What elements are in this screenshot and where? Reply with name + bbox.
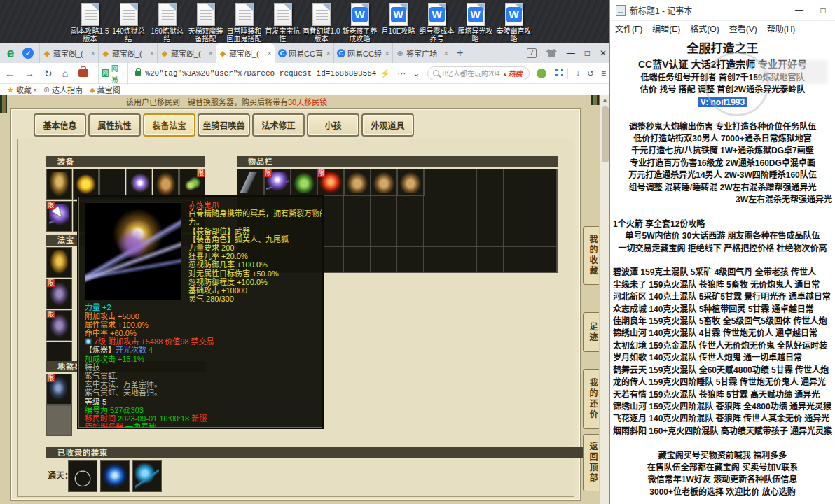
skin-icon[interactable] bbox=[546, 49, 557, 57]
tab-close-icon[interactable]: × bbox=[89, 49, 95, 57]
browser-tab[interactable]: 鉴宝广场 × bbox=[392, 43, 451, 63]
inventory-slot[interactable] bbox=[371, 169, 397, 195]
equipment-slot[interactable]: 限 bbox=[46, 201, 72, 232]
inventory-slot[interactable] bbox=[237, 169, 264, 195]
character-tab[interactable]: 基本信息 bbox=[34, 113, 86, 136]
tab-close-icon[interactable]: × bbox=[148, 49, 154, 57]
maximize-button[interactable]: □ bbox=[585, 48, 590, 58]
bookmark-daren[interactable]: ⊕ 达人指南 bbox=[43, 84, 83, 95]
character-tab[interactable]: 坐骑召唤兽 bbox=[198, 113, 250, 136]
counter-badge[interactable]: 7 bbox=[527, 48, 537, 58]
desktop-icon[interactable]: 秦陵幽宫攻 略 bbox=[495, 1, 533, 43]
fabao-slot[interactable] bbox=[46, 247, 72, 278]
side-tab[interactable]: 我的还价 bbox=[583, 369, 599, 429]
tab-close-icon[interactable]: × bbox=[265, 49, 272, 57]
tab-close-icon[interactable]: × bbox=[442, 49, 448, 57]
notepad-menu-item[interactable]: 帮助(H) bbox=[762, 22, 801, 34]
menu-icon[interactable]: ≡ bbox=[598, 69, 609, 78]
desktop-icon[interactable]: 新老孩子养 成攻略 bbox=[340, 1, 379, 43]
extension-icon[interactable] bbox=[537, 69, 546, 78]
inventory-slot[interactable]: 限 bbox=[264, 169, 291, 195]
equipment-slot[interactable] bbox=[126, 169, 152, 200]
tongtian-slot[interactable] bbox=[132, 460, 162, 492]
hot-search-badge[interactable]: 热搜 bbox=[502, 68, 523, 78]
equipment-slot[interactable]: 限 bbox=[179, 169, 205, 200]
inventory-slot[interactable] bbox=[397, 169, 424, 195]
notepad-text-area[interactable]: 全服打造之王 CC蓝V认证 大话2打造宗师 专业开好号 低端任务组号开创者 首创… bbox=[610, 36, 835, 504]
notepad-minimize-button[interactable]: — bbox=[787, 6, 811, 15]
flash-icon[interactable]: ⚡ bbox=[376, 69, 394, 78]
close-button[interactable]: ✕ bbox=[600, 48, 607, 58]
side-tab[interactable]: 我的收藏 bbox=[583, 226, 599, 285]
inventory-slot[interactable] bbox=[344, 169, 371, 195]
reload-icon[interactable]: ↻ bbox=[39, 68, 57, 79]
character-tab[interactable]: 法术修正 bbox=[252, 113, 305, 136]
tab-close-icon[interactable]: × bbox=[207, 49, 213, 57]
download-icon[interactable]: ↓ bbox=[572, 69, 584, 78]
desktop-icon[interactable]: 天梯双魔装 备搭配 bbox=[186, 1, 225, 43]
equipment-slot[interactable] bbox=[153, 169, 179, 200]
browser-logo-icon[interactable]: e bbox=[4, 46, 18, 60]
minimize-button[interactable]: — bbox=[567, 48, 575, 58]
tongtian-slot[interactable] bbox=[68, 460, 97, 492]
character-tab[interactable]: 装备法宝 bbox=[143, 113, 195, 136]
tab-close-icon[interactable]: × bbox=[324, 49, 331, 57]
disha-slot[interactable]: 限 bbox=[46, 374, 72, 405]
desktop-icon[interactable]: 140炼狱总结 bbox=[109, 1, 148, 43]
notepad-maximize-button[interactable]: □ bbox=[811, 6, 835, 15]
fabao-slot[interactable]: 限 bbox=[46, 279, 72, 309]
side-tab[interactable]: 返回顶部 bbox=[583, 434, 599, 491]
collect-bag-icon[interactable] bbox=[78, 69, 88, 77]
desktop-icon[interactable]: 首发宝宝抗 性 bbox=[263, 1, 302, 43]
character-tab[interactable]: 小孩 bbox=[307, 113, 359, 136]
fabao-slot[interactable]: 限 bbox=[46, 310, 72, 341]
security-check-icon[interactable]: ✓ bbox=[22, 48, 34, 59]
forward-icon[interactable]: → bbox=[20, 68, 39, 79]
dropdown-icon[interactable]: ⌄ bbox=[409, 69, 423, 78]
search-input[interactable]: 8亿人都在玩的204 热搜 bbox=[427, 66, 530, 80]
new-tab-button[interactable]: + bbox=[451, 47, 469, 59]
desktop-icon[interactable]: 月10E攻略 bbox=[379, 1, 418, 43]
apps-grid-icon[interactable] bbox=[553, 69, 563, 78]
desktop-icon[interactable]: 副本攻略1.5 版本 bbox=[71, 1, 109, 43]
restore-icon[interactable]: ↺ bbox=[584, 69, 598, 78]
browser-tab[interactable]: 藏宝阁_( × bbox=[216, 43, 275, 63]
browser-tab[interactable]: 网易CC直 × bbox=[275, 43, 333, 63]
browser-tab[interactable]: 藏宝阁_( × bbox=[157, 43, 216, 63]
desktop-icon[interactable]: 组号零成本 养号 bbox=[418, 1, 456, 43]
inventory-slot[interactable]: 限 bbox=[317, 169, 344, 195]
scrollbar-thumb[interactable] bbox=[602, 106, 609, 162]
scroll-up-icon[interactable]: ▲ bbox=[600, 95, 609, 105]
equipment-slot[interactable] bbox=[46, 169, 72, 200]
desktop-icon[interactable]: 画眷幻域1.0 版本 bbox=[302, 1, 340, 43]
address-url[interactable]: %20"tag"%3A%20"user"%7D&reco_request_id=… bbox=[145, 69, 376, 78]
page-scrollbar[interactable]: ▲ bbox=[600, 95, 609, 504]
notepad-menu-item[interactable]: 查看(V) bbox=[724, 22, 762, 34]
notepad-line: 龙的传人 159克火四阶睡队 5甘霖 传世炮无价鬼人 通异光 bbox=[610, 377, 835, 388]
notepad-menu-item[interactable]: 格式(O) bbox=[685, 22, 724, 34]
browser-tab[interactable]: 藏宝阁_( × bbox=[98, 43, 157, 63]
browser-tab[interactable]: 藏宝阁_( × bbox=[39, 43, 98, 63]
tab-close-icon[interactable]: × bbox=[383, 49, 389, 57]
side-tab[interactable]: 足迹 bbox=[583, 312, 599, 352]
back-icon[interactable]: ← bbox=[0, 68, 20, 79]
desktop-icon[interactable]: 160炼狱总结 bbox=[148, 1, 186, 43]
inventory-slot[interactable] bbox=[291, 169, 317, 195]
notepad-menu-item[interactable]: 编辑(E) bbox=[647, 22, 685, 34]
bookmark-cangbaoge[interactable]: ◆ 藏宝阁 bbox=[90, 84, 120, 95]
character-tab[interactable]: 属性抗性 bbox=[88, 113, 141, 136]
tongtian-slot[interactable] bbox=[100, 460, 130, 492]
lock-icon[interactable] bbox=[135, 71, 141, 76]
home-icon[interactable]: ⌂ bbox=[57, 68, 73, 79]
equipment-slot[interactable] bbox=[73, 169, 99, 200]
desktop-icon[interactable]: 日常睡装和 回血鬼搭配 bbox=[225, 1, 263, 43]
equipment-slot[interactable] bbox=[99, 169, 125, 200]
bookmark-favorites[interactable]: ★ 收藏 ▾ bbox=[7, 84, 36, 95]
notepad-menu-item[interactable]: 文件(F) bbox=[610, 22, 647, 34]
netease-chip[interactable]: 网 网易 bbox=[98, 62, 128, 85]
disha-slot[interactable] bbox=[46, 405, 72, 436]
more-icon[interactable]: ··· bbox=[394, 69, 409, 78]
desktop-icon[interactable]: 雁塔异光攻 略 bbox=[456, 1, 495, 43]
browser-tab[interactable]: 网易CC经 × bbox=[333, 43, 392, 63]
character-tab[interactable]: 外观道具 bbox=[361, 113, 414, 136]
